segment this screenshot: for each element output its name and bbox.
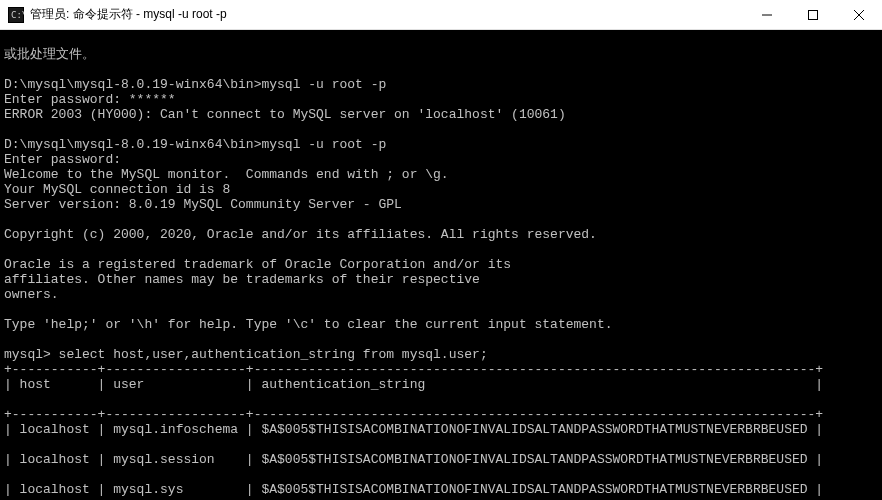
term-line: D:\mysql\mysql-8.0.19-winx64\bin>mysql -…: [4, 77, 386, 92]
maximize-button[interactable]: [790, 0, 836, 30]
term-line: Type 'help;' or '\h' for help. Type '\c'…: [4, 317, 613, 332]
term-line: mysql> select host,user,authentication_s…: [4, 347, 488, 362]
minimize-button[interactable]: [744, 0, 790, 30]
term-line: ERROR 2003 (HY000): Can't connect to MyS…: [4, 107, 566, 122]
window-title: 管理员: 命令提示符 - mysql -u root -p: [30, 6, 227, 23]
table-border: +-----------+------------------+--------…: [4, 362, 823, 377]
terminal-output[interactable]: 或批处理文件。 D:\mysql\mysql-8.0.19-winx64\bin…: [0, 30, 882, 500]
term-line: 或批处理文件。: [4, 47, 95, 62]
table-row: | localhost | mysql.session | $A$005$THI…: [4, 452, 878, 467]
term-line: owners.: [4, 287, 59, 302]
svg-text:C:\: C:\: [11, 10, 24, 20]
term-line: Copyright (c) 2000, 2020, Oracle and/or …: [4, 227, 597, 242]
close-button[interactable]: [836, 0, 882, 30]
term-line: Your MySQL connection id is 8: [4, 182, 230, 197]
table-row: | localhost | mysql.sys | $A$005$THISISA…: [4, 482, 878, 497]
term-line: Welcome to the MySQL monitor. Commands e…: [4, 167, 449, 182]
term-line: Enter password:: [4, 152, 121, 167]
term-line: Oracle is a registered trademark of Orac…: [4, 257, 511, 272]
table-header: | host | user | authentication_string |: [4, 377, 878, 392]
cmd-icon: C:\: [8, 7, 24, 23]
table-border: +-----------+------------------+--------…: [4, 407, 823, 422]
svg-rect-4: [809, 10, 818, 19]
term-line: affiliates. Other names may be trademark…: [4, 272, 480, 287]
term-line: Server version: 8.0.19 MySQL Community S…: [4, 197, 402, 212]
table-row: | localhost | mysql.infoschema | $A$005$…: [4, 422, 878, 437]
term-line: D:\mysql\mysql-8.0.19-winx64\bin>mysql -…: [4, 137, 386, 152]
window-titlebar: C:\ 管理员: 命令提示符 - mysql -u root -p: [0, 0, 882, 30]
term-line: Enter password: ******: [4, 92, 176, 107]
